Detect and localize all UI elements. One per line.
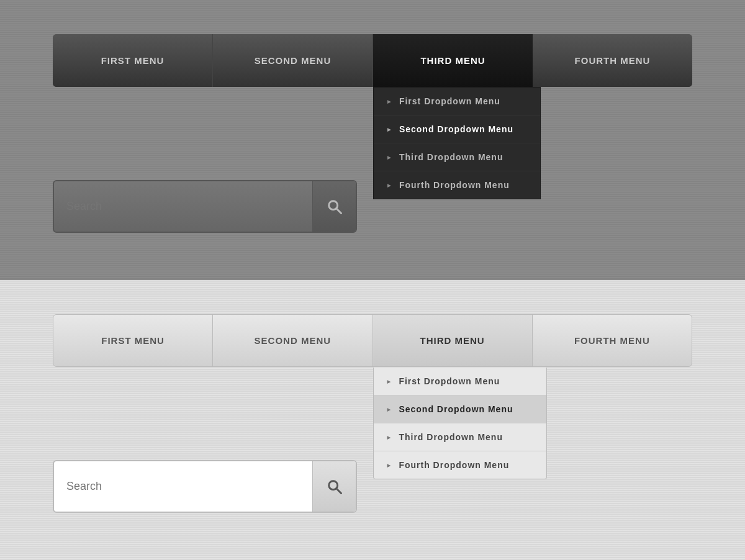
dark-nav-label-fourth: FOURTH MENU: [575, 55, 651, 66]
dark-dropdown-item-4[interactable]: ► Fourth Dropdown Menu: [374, 171, 540, 199]
light-dropdown-item-2[interactable]: ► Second Dropdown Menu: [374, 395, 546, 423]
light-dropdown-label-3: Third Dropdown Menu: [399, 432, 503, 442]
light-nav-label-third: THIRD MENU: [420, 335, 485, 346]
svg-line-3: [336, 489, 341, 493]
light-nav-label-second: SECOND MENU: [255, 335, 332, 346]
dark-dropdown-label-1: First Dropdown Menu: [399, 96, 500, 106]
light-nav-item-fourth[interactable]: FOURTH MENU: [533, 315, 692, 366]
light-search-icon: [326, 478, 343, 495]
dark-dropdown-item-2[interactable]: ► Second Dropdown Menu: [374, 115, 540, 143]
dark-section: FIRST MENU SECOND MENU THIRD MENU ► Firs…: [0, 0, 745, 280]
light-nav-item-first[interactable]: FIRST MENU: [53, 315, 213, 366]
light-dropdown-label-1: First Dropdown Menu: [399, 376, 500, 386]
light-arrow-icon-3: ►: [386, 434, 393, 441]
light-nav: FIRST MENU SECOND MENU THIRD MENU ► Firs…: [53, 314, 692, 367]
light-nav-item-second[interactable]: SECOND MENU: [213, 315, 372, 366]
light-section: FIRST MENU SECOND MENU THIRD MENU ► Firs…: [0, 280, 745, 560]
arrow-icon-4: ►: [386, 182, 393, 189]
dark-dropdown: ► First Dropdown Menu ► Second Dropdown …: [373, 87, 541, 199]
arrow-icon-2: ►: [386, 126, 393, 133]
light-nav-label-fourth: FOURTH MENU: [574, 335, 650, 346]
dark-search-button[interactable]: [312, 181, 356, 232]
dark-dropdown-item-1[interactable]: ► First Dropdown Menu: [374, 88, 540, 115]
light-dropdown-item-1[interactable]: ► First Dropdown Menu: [374, 368, 546, 395]
arrow-icon-1: ►: [386, 98, 393, 105]
light-dropdown: ► First Dropdown Menu ► Second Dropdown …: [373, 368, 547, 479]
dark-search-input[interactable]: [54, 200, 312, 213]
light-dropdown-item-4[interactable]: ► Fourth Dropdown Menu: [374, 451, 546, 479]
dark-nav-label-first: FIRST MENU: [101, 55, 165, 66]
dark-nav-item-fourth[interactable]: FOURTH MENU: [533, 34, 692, 87]
dark-nav-item-second[interactable]: SECOND MENU: [213, 34, 373, 87]
dark-nav-label-second: SECOND MENU: [255, 55, 332, 66]
light-dropdown-label-4: Fourth Dropdown Menu: [399, 460, 509, 470]
dark-nav-item-first[interactable]: FIRST MENU: [53, 34, 213, 87]
light-arrow-icon-1: ►: [386, 378, 393, 385]
dark-nav-item-third[interactable]: THIRD MENU ► First Dropdown Menu ► Secon…: [373, 34, 533, 87]
dark-nav: FIRST MENU SECOND MENU THIRD MENU ► Firs…: [53, 34, 692, 87]
dark-dropdown-label-3: Third Dropdown Menu: [399, 152, 503, 162]
light-nav-label-first: FIRST MENU: [101, 335, 165, 346]
svg-line-1: [336, 209, 341, 213]
light-nav-item-third[interactable]: THIRD MENU ► First Dropdown Menu ► Secon…: [373, 315, 533, 366]
dark-dropdown-label-4: Fourth Dropdown Menu: [399, 180, 510, 190]
light-dropdown-item-3[interactable]: ► Third Dropdown Menu: [374, 423, 546, 451]
light-dropdown-label-2: Second Dropdown Menu: [399, 404, 513, 414]
dark-search-icon: [326, 198, 343, 215]
dark-nav-label-third: THIRD MENU: [420, 55, 485, 66]
dark-dropdown-item-3[interactable]: ► Third Dropdown Menu: [374, 143, 540, 171]
arrow-icon-3: ►: [386, 154, 393, 161]
light-search-input[interactable]: [54, 480, 312, 493]
dark-dropdown-label-2: Second Dropdown Menu: [399, 124, 513, 134]
light-search-bar: [53, 460, 357, 513]
light-arrow-icon-2: ►: [386, 406, 393, 413]
dark-search-bar: [53, 180, 357, 233]
light-arrow-icon-4: ►: [386, 462, 393, 469]
light-search-button[interactable]: [312, 461, 356, 512]
